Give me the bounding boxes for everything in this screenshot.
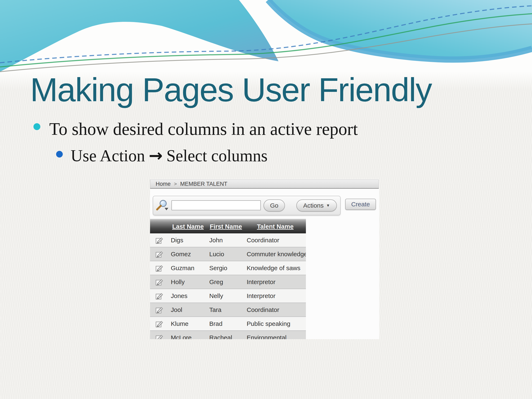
column-header-talent-name[interactable]: Talent Name [245, 223, 306, 230]
right-arrow-glyph: → [149, 146, 163, 165]
table-body: Digs John Coordinator Gomez Lucio Commut… [150, 233, 306, 339]
cell-first-name: Nelly [207, 292, 245, 299]
edit-row-icon[interactable] [150, 278, 169, 286]
cell-last-name: Guzman [169, 265, 207, 272]
cell-first-name: John [207, 237, 245, 244]
cell-last-name: Holly [169, 279, 207, 285]
go-button[interactable]: Go [264, 200, 285, 212]
table-row: McLore Racheal Environmental [150, 331, 306, 339]
cell-first-name: Lucio [207, 251, 245, 258]
cell-talent-name: Coordinator [245, 237, 306, 244]
actions-button-label: Actions [303, 202, 323, 209]
page-title: Making Pages User Friendly [30, 72, 432, 107]
cell-talent-name: Coordinator [245, 306, 306, 313]
table-row: Guzman Sergio Knowledge of saws [150, 261, 306, 275]
table-header-row: Last Name First Name Talent Name [150, 219, 306, 233]
cell-last-name: Jones [169, 292, 207, 299]
cell-talent-name: Interpretor [245, 292, 306, 299]
edit-row-icon[interactable] [150, 264, 169, 272]
cell-first-name: Greg [207, 279, 245, 285]
table-row: Holly Greg Interpretor [150, 275, 306, 289]
table-row: Klume Brad Public speaking [150, 317, 306, 331]
actions-button[interactable]: Actions ▼ [296, 200, 337, 212]
bullet-text-level1: To show desired columns in an active rep… [49, 119, 358, 139]
column-header-first-name[interactable]: First Name [207, 223, 245, 230]
cell-last-name: Gomez [169, 251, 207, 258]
bullet-dot-cyan [33, 123, 40, 130]
report-screenshot: Home > MEMBER TALENT Go Actions ▼ Create… [150, 179, 379, 339]
create-button-label: Create [351, 201, 370, 208]
cell-last-name: Digs [169, 237, 207, 244]
cell-talent-name: Interpretor [245, 279, 306, 285]
cell-talent-name: Environmental [245, 334, 306, 339]
cell-first-name: Brad [207, 320, 245, 327]
edit-row-icon[interactable] [150, 250, 169, 258]
bullet-dot-blue [56, 151, 63, 158]
cell-first-name: Racheal [207, 334, 245, 339]
bullet2-post: Select columns [166, 146, 268, 165]
breadcrumb-home-link[interactable]: Home [156, 181, 171, 187]
bullet-text-level2: Use Action→Select columns [71, 146, 267, 165]
chevron-down-icon: ▼ [326, 203, 330, 208]
breadcrumb-current-page: MEMBER TALENT [180, 181, 227, 187]
breadcrumb: Home > MEMBER TALENT [150, 180, 379, 189]
edit-row-icon[interactable] [150, 334, 169, 339]
cell-talent-name: Commuter knowledge [245, 251, 306, 258]
search-input[interactable] [171, 200, 261, 210]
breadcrumb-separator: > [174, 181, 177, 187]
table-row: Gomez Lucio Commuter knowledge [150, 247, 306, 261]
table-row: Digs John Coordinator [150, 233, 306, 247]
search-toolbar: Go Actions ▼ [153, 196, 341, 215]
table-row: Jones Nelly Interpretor [150, 289, 306, 303]
edit-row-icon[interactable] [150, 320, 169, 328]
report-table: Last Name First Name Talent Name Digs Jo… [150, 219, 306, 339]
cell-last-name: Klume [169, 320, 207, 327]
cell-last-name: Jool [169, 306, 207, 313]
edit-row-icon[interactable] [150, 292, 169, 300]
cell-last-name: McLore [169, 334, 207, 339]
search-icon[interactable] [155, 199, 169, 212]
column-header-last-name[interactable]: Last Name [169, 223, 207, 230]
cell-talent-name: Public speaking [245, 320, 306, 327]
cell-first-name: Tara [207, 306, 245, 313]
edit-row-icon[interactable] [150, 236, 169, 244]
create-button[interactable]: Create [345, 199, 376, 210]
cell-first-name: Sergio [207, 265, 245, 272]
go-button-label: Go [270, 202, 278, 209]
bullet2-pre: Use Action [71, 146, 145, 165]
cell-talent-name: Knowledge of saws [245, 265, 306, 272]
table-row: Jool Tara Coordinator [150, 303, 306, 317]
edit-row-icon[interactable] [150, 306, 169, 314]
